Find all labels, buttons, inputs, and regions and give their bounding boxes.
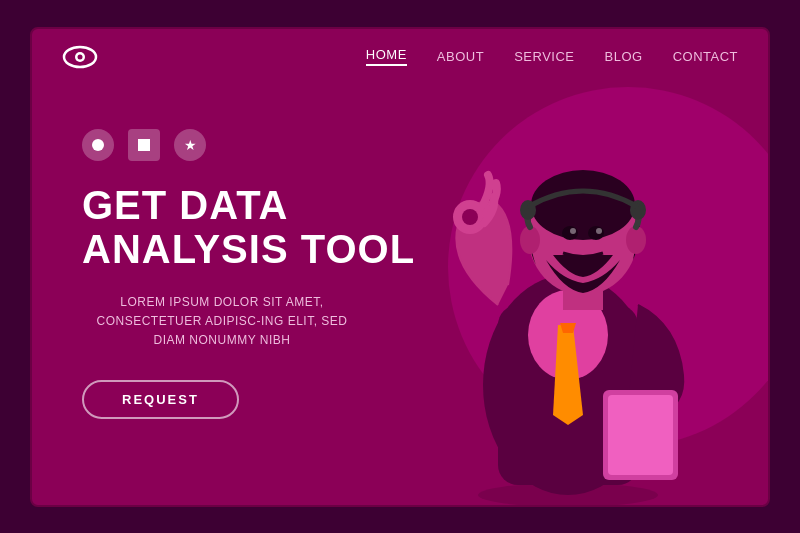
nav-links: HOME ABOUT SERVICE BLOG CONTACT <box>366 47 738 66</box>
logo[interactable] <box>62 43 98 71</box>
svg-rect-10 <box>608 395 673 475</box>
nav-home[interactable]: HOME <box>366 47 407 66</box>
svg-point-14 <box>520 226 540 254</box>
navigation: HOME ABOUT SERVICE BLOG CONTACT <box>32 29 768 85</box>
svg-point-18 <box>562 226 578 240</box>
nav-contact[interactable]: CONTACT <box>673 49 738 64</box>
hero-description: LOREM IPSUM DOLOR SIT AMET, CONSECTETUER… <box>82 293 362 351</box>
svg-point-2 <box>78 54 83 59</box>
request-button[interactable]: REQUEST <box>82 380 239 419</box>
hero-content: ★ GET DATA ANALYSIS TOOL LOREM IPSUM DOL… <box>82 129 422 420</box>
feature-icons: ★ <box>82 129 422 161</box>
character-illustration <box>428 105 708 505</box>
svg-point-20 <box>570 228 576 234</box>
svg-point-13 <box>531 170 635 240</box>
square-icon <box>128 129 160 161</box>
nav-service[interactable]: SERVICE <box>514 49 574 64</box>
svg-point-21 <box>596 228 602 234</box>
main-frame: HOME ABOUT SERVICE BLOG CONTACT ★ GET DA… <box>30 27 770 507</box>
nav-about[interactable]: ABOUT <box>437 49 484 64</box>
star-icon: ★ <box>174 129 206 161</box>
svg-point-8 <box>462 209 478 225</box>
nav-blog[interactable]: BLOG <box>605 49 643 64</box>
hero-heading: GET DATA ANALYSIS TOOL <box>82 183 422 271</box>
svg-point-19 <box>588 226 604 240</box>
svg-point-16 <box>626 226 646 254</box>
circle-icon <box>82 129 114 161</box>
